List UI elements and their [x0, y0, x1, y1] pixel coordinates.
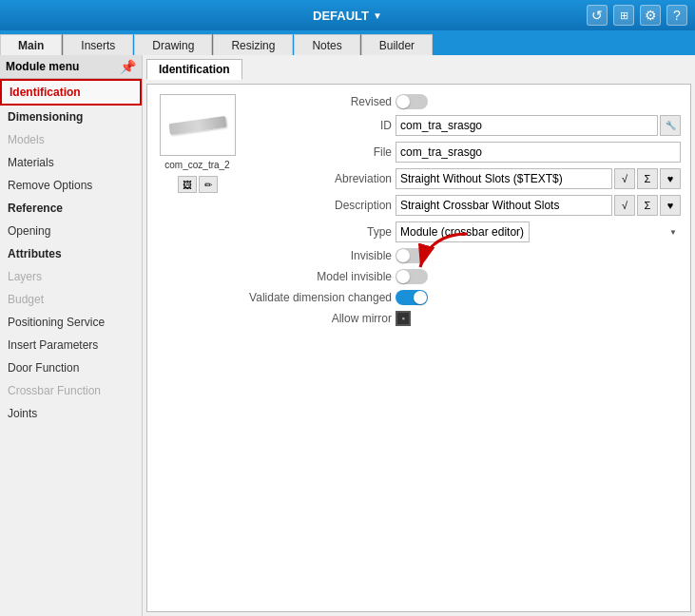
label-validate: Validate dimension changed: [249, 291, 392, 304]
inner-tab-bar: Identification: [146, 59, 691, 80]
row-allow-mirror: Allow mirror ▪: [249, 311, 681, 326]
label-abbreviation: Abreviation: [249, 172, 392, 185]
toggle-validate[interactable]: [396, 290, 428, 305]
dropdown-arrow[interactable]: ▼: [373, 10, 382, 21]
id-input-wrapper: 🔧: [396, 115, 681, 136]
refresh-icon[interactable]: ↺: [587, 5, 608, 26]
desc-sqrt-btn[interactable]: √: [614, 195, 635, 216]
row-abbreviation: Abreviation √ Σ ♥: [249, 168, 681, 189]
row-type: Type Module (crossbar editor): [249, 221, 681, 242]
toggle-revised[interactable]: [396, 94, 428, 109]
content-area: Module menu 📌 Identification Dimensionin…: [0, 55, 695, 616]
preview-action-2[interactable]: ✏: [199, 176, 218, 193]
title-center: DEFAULT ▼: [313, 9, 382, 23]
sidebar-list: Identification Dimensioning Models Mater…: [0, 79, 142, 616]
desc-heart-btn[interactable]: ♥: [660, 195, 681, 216]
grid-icon[interactable]: ⊞: [613, 5, 634, 26]
abbr-input-wrapper: √ Σ ♥: [396, 168, 681, 189]
tab-builder[interactable]: Builder: [361, 34, 433, 55]
preview-box: com_coz_tra_2 🖼 ✏: [157, 94, 238, 326]
sidebar-item-positioning[interactable]: Positioning Service: [0, 311, 142, 334]
sidebar: Module menu 📌 Identification Dimensionin…: [0, 55, 143, 616]
row-file: File: [249, 142, 681, 163]
tab-resizing[interactable]: Resizing: [213, 34, 293, 55]
inner-tab-identification[interactable]: Identification: [146, 59, 242, 80]
label-revised: Revised: [249, 95, 392, 108]
row-model-invisible: Model invisible: [249, 269, 681, 284]
row-revised: Revised: [249, 94, 681, 109]
abbr-sigma-btn[interactable]: Σ: [637, 168, 658, 189]
gear-icon[interactable]: ⚙: [640, 5, 661, 26]
default-label: DEFAULT: [313, 9, 369, 23]
id-input[interactable]: [396, 115, 658, 136]
tab-drawing[interactable]: Drawing: [134, 34, 212, 55]
sidebar-item-dimensioning: Dimensioning: [0, 106, 142, 128]
sidebar-item-remove-options[interactable]: Remove Options: [0, 174, 142, 197]
row-validate: Validate dimension changed: [249, 290, 681, 305]
main-tabs: Main Inserts Drawing Resizing Notes Buil…: [0, 30, 695, 55]
row-id: ID 🔧: [249, 115, 681, 136]
sidebar-item-materials[interactable]: Materials: [0, 151, 142, 174]
abbr-heart-btn[interactable]: ♥: [660, 168, 681, 189]
label-description: Description: [249, 199, 392, 212]
type-select-wrapper: Module (crossbar editor): [396, 221, 681, 242]
toggle-model-invisible[interactable]: [396, 269, 428, 284]
sidebar-item-models[interactable]: Models: [0, 128, 142, 151]
description-input[interactable]: [396, 195, 612, 216]
pin-icon[interactable]: 📌: [120, 59, 136, 74]
preview-actions: 🖼 ✏: [178, 176, 218, 193]
row-description: Description √ Σ ♥: [249, 195, 681, 216]
file-input[interactable]: [396, 142, 681, 163]
sidebar-item-budget[interactable]: Budget: [0, 288, 142, 311]
title-bar: DEFAULT ▼ ↺ ⊞ ⚙ ?: [0, 0, 695, 30]
label-allow-mirror: Allow mirror: [249, 312, 392, 325]
label-invisible: Invisible: [249, 249, 392, 262]
help-icon[interactable]: ?: [666, 5, 687, 26]
sidebar-item-reference: Reference: [0, 197, 142, 220]
sidebar-item-opening[interactable]: Opening: [0, 220, 142, 242]
label-model-invisible: Model invisible: [249, 270, 392, 283]
label-id: ID: [249, 119, 392, 132]
checkbox-allow-mirror[interactable]: ▪: [396, 311, 411, 326]
desc-input-wrapper: √ Σ ♥: [396, 195, 681, 216]
main-panel: Identification com_coz_tra_2 🖼 ✏: [143, 55, 695, 616]
sidebar-item-attributes: Attributes: [0, 242, 142, 265]
sidebar-header: Module menu 📌: [0, 55, 142, 79]
label-type: Type: [249, 225, 392, 239]
toggle-invisible[interactable]: [396, 248, 428, 263]
sidebar-item-identification[interactable]: Identification: [0, 79, 142, 106]
id-section: com_coz_tra_2 🖼 ✏ Revised ID: [157, 94, 681, 326]
sidebar-item-joints[interactable]: Joints: [0, 402, 142, 425]
panel-content: com_coz_tra_2 🖼 ✏ Revised ID: [146, 84, 691, 612]
label-file: File: [249, 145, 392, 159]
sidebar-item-layers[interactable]: Layers: [0, 265, 142, 288]
sidebar-item-door-function[interactable]: Door Function: [0, 356, 142, 379]
pencil-preview: [168, 115, 226, 134]
sidebar-item-insert-params[interactable]: Insert Parameters: [0, 334, 142, 356]
abbr-sqrt-btn[interactable]: √: [614, 168, 635, 189]
id-side-btn[interactable]: 🔧: [660, 115, 681, 136]
form-area: Revised ID 🔧 File: [249, 94, 681, 326]
sidebar-item-crossbar-function[interactable]: Crossbar Function: [0, 379, 142, 402]
desc-sigma-btn[interactable]: Σ: [637, 195, 658, 216]
preview-label: com_coz_tra_2: [164, 160, 229, 170]
preview-image: [160, 94, 236, 156]
row-invisible: Invisible: [249, 248, 681, 263]
abbreviation-input[interactable]: [396, 168, 612, 189]
sidebar-header-label: Module menu: [6, 60, 79, 73]
tab-notes[interactable]: Notes: [294, 34, 359, 55]
tab-main[interactable]: Main: [0, 34, 62, 55]
preview-action-1[interactable]: 🖼: [178, 176, 197, 193]
tab-inserts[interactable]: Inserts: [63, 34, 133, 55]
type-select[interactable]: Module (crossbar editor): [396, 221, 530, 242]
